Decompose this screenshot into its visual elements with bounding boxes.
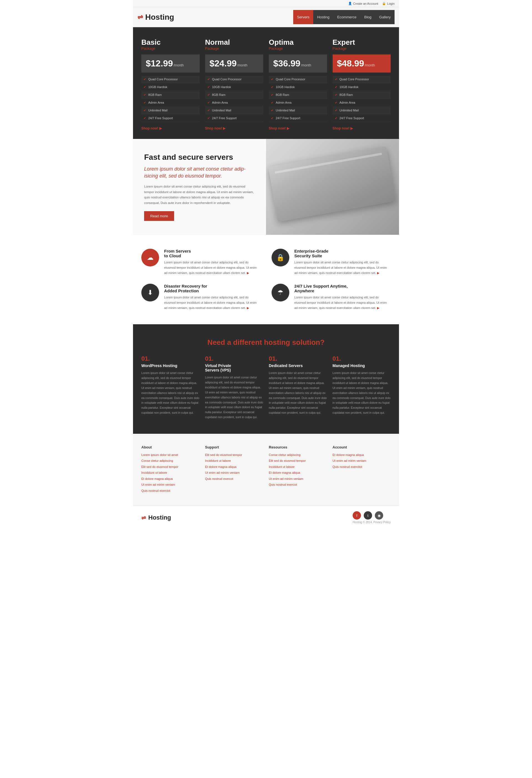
logo-icon: ⇌ [138,13,143,21]
footer-link[interactable]: Incididunt ut labore [269,465,327,469]
footer-link[interactable]: Quis nostrud exercot [269,482,327,487]
icon-item-cloud: ☁ From Serversto Cloud Lorem ipsum dolor… [141,249,260,276]
footer-link[interactable]: Et dolore magna aliqua [205,465,264,469]
nav-blog[interactable]: Blog [360,10,375,24]
nav-gallery[interactable]: Gallery [375,10,394,24]
price-box-expert: $48.99 /month [333,55,391,73]
plan-name-expert: Expert [333,38,391,47]
price-box-normal: $24.99 /month [205,55,264,73]
facebook-link[interactable]: f [353,511,361,520]
icon-title-security: Enterprise-GradeSecurity Suite [294,249,391,258]
rss-link[interactable]: ◉ [375,511,383,520]
footer-link[interactable]: Conse ctetur adipiscing [269,453,327,457]
footer-heading-resources: Resources [269,445,327,449]
feature-item: ✔ 10GB Hardisk [333,84,391,91]
check-icon: ✔ [271,109,273,112]
footer-col-resources: Resources Conse ctetur adipiscing Elit s… [269,445,327,494]
footer-col-account: Account Et dolore magna aliqua Ut enim a… [333,445,391,494]
icons-section: ☁ From Serversto Cloud Lorem ipsum dolor… [133,235,399,324]
feature-list-normal: ✔ Quad Core Processor ✔ 10GB Hardisk ✔ 8… [205,76,264,122]
plan-name-basic: Basic [141,38,200,47]
shop-link-expert[interactable]: Shop now! ▶ [333,127,353,130]
footer-link[interactable]: Quis nostrud exerciot [141,488,200,493]
feature-item: ✔ Admin Area [269,99,327,106]
icon-item-security: 🔒 Enterprise-GradeSecurity Suite Lorem i… [272,249,391,276]
solution-title-wordpress: WordPress Hosting [141,364,200,368]
feature-item: ✔ 10GB Hardisk [205,84,264,91]
icon-item-support: ☂ 24/7 Live Support Anytime,Anywhere Lor… [272,284,391,310]
footer-link[interactable]: Ut enim ad minim veniam [205,470,264,475]
footer-link[interactable]: Elit sed do eiusmod tempor [141,465,200,469]
footer-link[interactable]: Incididunt ut labore [141,470,200,475]
footer-link[interactable]: Et dolore magna aliqua [333,453,391,457]
check-icon: ✔ [144,85,146,89]
cloud-icon: ☁ [147,254,154,261]
footer-link[interactable]: Lorem ipsum dolor sit amet [141,453,200,457]
footer-link[interactable]: Quis nostrud exercitot [333,465,391,469]
read-more-button[interactable]: Read more [144,211,174,221]
footer-link[interactable]: Ut enim ad mirim veniam [333,459,391,463]
create-account-label: Create an Account [353,2,378,5]
shop-link-optima[interactable]: Shop now! ▶ [269,127,289,130]
icon-desc-disaster: Lorem ipsum dolor sit amet conse ctetur … [164,295,260,310]
support-more-link[interactable]: ▶ [377,306,379,310]
footer-link[interactable]: Incididunt ut labore [205,459,264,463]
feature-item: ✔ Quad Core Processor [141,76,200,83]
feature-item: ✔ 8GB Ram [141,91,200,99]
footer-logo-text: Hosting [148,514,171,521]
download-icon: ⬇ [148,289,153,297]
solution-title-managed: Managed Hosting [333,364,391,368]
pricing-section: Basic Package $12.99 /month ✔ Quad Core … [133,27,399,139]
check-icon: ✔ [144,101,146,104]
check-icon: ✔ [207,85,210,89]
icon-content-disaster: Disaster Recovery forAdded Protection Lo… [164,284,260,310]
twitter-link[interactable]: t [364,511,372,520]
feature-item: ✔ Quad Core Processor [333,76,391,83]
feature-item: ✔ 24/7 Free Support [269,115,327,122]
nav-ecommerce[interactable]: Ecommerce [333,10,360,24]
footer-heading-support: Support [205,445,264,449]
check-icon: ✔ [271,85,273,89]
solution-vps: 01. Virtual PrivateServers (VPS) Lorem i… [205,355,264,420]
check-icon: ✔ [207,109,210,112]
logo[interactable]: ⇌ Hosting [138,13,174,22]
footer-link[interactable]: Et dolore magna aliqua [141,476,200,481]
price-amount-normal: $24.99 [210,58,237,69]
footer-link[interactable]: Ut enim ad mirim veniam [141,482,200,487]
feature-item: ✔ 10GB Hardisk [269,84,327,91]
cloud-more-link[interactable]: ▶ [247,271,249,275]
login-link[interactable]: 🔒 Login [382,2,394,5]
feature-item: ✔ Unlimited Mail [269,107,327,114]
plan-basic: Basic Package $12.99 /month ✔ Quad Core … [139,38,202,131]
nav-hosting[interactable]: Hosting [313,10,333,24]
feature-item: ✔ 8GB Ram [269,91,327,99]
disaster-more-link[interactable]: ▶ [247,306,249,310]
solution-title-vps: Virtual PrivateServers (VPS) [205,364,264,372]
shop-link-normal[interactable]: Shop now! ▶ [205,127,226,130]
solution-wordpress: 01. WordPress Hosting Lorem ipsum dolor … [141,355,200,420]
disaster-icon-circle: ⬇ [141,284,159,302]
footer-link[interactable]: Elit sed do eiusmod tempor [205,453,264,457]
icon-item-disaster: ⬇ Disaster Recovery forAdded Protection … [141,284,260,310]
nav-servers[interactable]: Servers [293,10,314,24]
security-more-link[interactable]: ▶ [377,271,379,275]
price-amount-basic: $12.99 [146,58,173,69]
main-header: ⇌ Hosting Servers Hosting Ecommerce Blog… [133,7,399,27]
feature-item: ✔ 24/7 Free Support [141,115,200,122]
footer-link[interactable]: Ut enim ad minim veniam [269,476,327,481]
shop-link-basic[interactable]: Shop now! ▶ [141,127,162,130]
footer-link[interactable]: Elit sed do eiusmod tempor [269,459,327,463]
footer-link[interactable]: Conse ctetur adipiscing [141,459,200,463]
footer-link[interactable]: Et dolore magna aliqua [269,470,327,475]
plan-normal: Normal Package $24.99 /month ✔ Quad Core… [202,38,266,131]
check-icon: ✔ [144,116,146,120]
icon-desc-support: Lorem ipsum dolor sit amet conse ctetur … [294,295,391,310]
create-account-link[interactable]: 👤 Create an Account [348,2,378,5]
check-icon: ✔ [271,93,273,97]
feature-subtitle: Lorem ipsum dolor sit amet conse ctetur … [144,166,255,179]
price-period-normal: /month [237,63,247,67]
check-icon: ✔ [335,85,337,89]
footer-link[interactable]: Quis nostrud exercot [205,476,264,481]
check-icon: ✔ [207,93,210,97]
solutions-grid: 01. WordPress Hosting Lorem ipsum dolor … [141,355,391,420]
